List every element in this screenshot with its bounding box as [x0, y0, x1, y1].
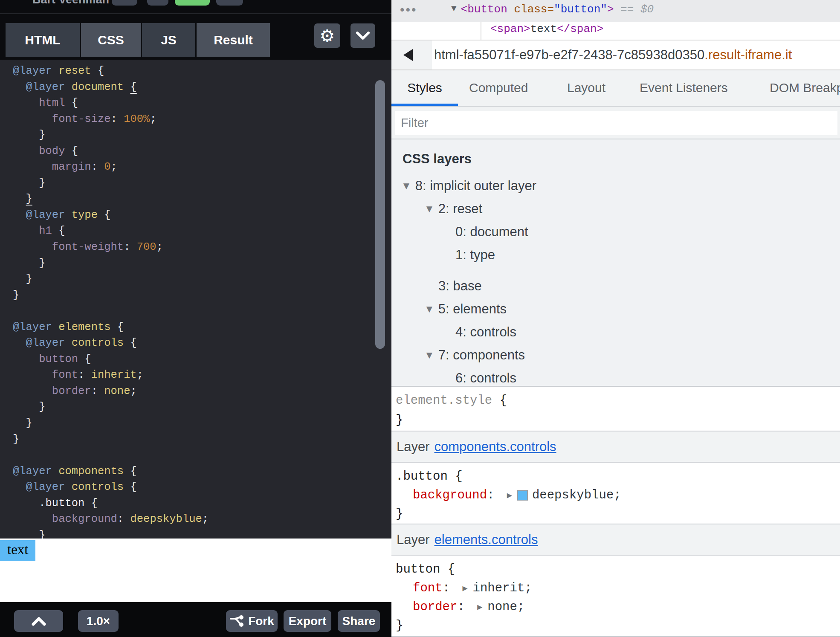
devtools-tab-bar: Styles Computed Layout Event Listeners D…: [391, 70, 840, 107]
tab-css[interactable]: CSS: [81, 23, 141, 57]
editor-settings-button[interactable]: ⚙: [314, 23, 340, 48]
expand-triangle-icon[interactable]: ▶: [507, 490, 512, 501]
tab-js[interactable]: JS: [142, 23, 195, 57]
tab-event-listeners[interactable]: Event Listeners: [640, 81, 728, 95]
tree-expander-icon[interactable]: ▼: [424, 349, 434, 361]
preview-text-button[interactable]: text: [0, 540, 35, 561]
layer-label: Layer: [397, 439, 430, 455]
arrow-left-icon: [403, 49, 413, 61]
layer-tree-item: 6: controls: [455, 369, 516, 387]
layer-tree-item: 3: base: [438, 277, 482, 295]
header-button-3[interactable]: [216, 0, 243, 6]
console-expand-button[interactable]: [14, 610, 63, 632]
fork-label: Fork: [248, 614, 274, 628]
element-style-selector: element.style: [396, 394, 492, 408]
layer-link-elements-controls[interactable]: elements.controls: [434, 532, 538, 547]
editor-scrollbar[interactable]: [375, 80, 385, 349]
header-button-2[interactable]: [147, 0, 168, 6]
editor-collapse-button[interactable]: [350, 23, 375, 48]
editor-bottom-bar: 1.0× Fork Export Share: [0, 602, 391, 637]
css-layers-title: CSS layers: [403, 151, 472, 167]
css-property-font[interactable]: font: ▶inherit;: [396, 579, 840, 597]
layer-label: Layer: [397, 532, 430, 547]
breadcrumb[interactable]: html-fa55071f-e97b-e2f7-2438-7c85938d035…: [434, 41, 840, 69]
tree-expander-icon[interactable]: ▼: [424, 303, 434, 315]
export-button[interactable]: Export: [284, 610, 331, 632]
chevron-down-icon: [356, 32, 370, 40]
pen-author-name: Bart Veenman: [32, 0, 109, 6]
share-button[interactable]: Share: [338, 610, 380, 632]
tab-computed[interactable]: Computed: [469, 81, 528, 95]
color-swatch[interactable]: [517, 490, 528, 501]
tree-expander-icon[interactable]: ▼: [424, 203, 434, 215]
layer-tree-item[interactable]: ▼8: implicit outer layer: [401, 177, 536, 195]
tree-expander-icon[interactable]: ▼: [401, 180, 411, 192]
tab-html[interactable]: HTML: [6, 23, 80, 57]
editor-panel: Bart Veenman HTML CSS JS Result ⚙ @layer…: [0, 0, 391, 637]
fork-icon: [229, 614, 244, 628]
breadcrumb-frame-suffix: .result-iframe.it: [704, 47, 792, 63]
chevron-up-icon: [32, 617, 46, 626]
styles-filter-row: [391, 107, 840, 139]
css-layers-section: CSS layers ▼8: implicit outer layer▼2: r…: [391, 139, 840, 387]
layer-tree-item[interactable]: ▼7: components: [424, 346, 525, 365]
tab-dom-breakpoints[interactable]: DOM Breakpoints: [770, 81, 840, 95]
tab-result[interactable]: Result: [197, 23, 270, 57]
css-code-editor[interactable]: @layer reset { @layer document { html { …: [0, 60, 391, 539]
expander-triangle-icon[interactable]: ▼: [451, 4, 457, 14]
header-button-1[interactable]: [112, 0, 137, 6]
rule-selector: .button {: [396, 467, 840, 486]
layer-header-components-controls: Layer components.controls: [391, 431, 840, 463]
fork-button[interactable]: Fork: [226, 610, 278, 632]
expand-triangle-icon[interactable]: ▶: [462, 583, 467, 594]
breadcrumb-scroll-left-button[interactable]: [391, 41, 432, 69]
css-code: @layer reset { @layer document { html { …: [13, 65, 209, 539]
layer-link-components-controls[interactable]: components.controls: [434, 439, 556, 455]
selected-element-markup: ▼<button class="button"> == $0: [451, 3, 654, 16]
css-property-background[interactable]: background: ▶deepskyblue;: [396, 486, 840, 504]
child-element-markup: <span>text</span>: [490, 23, 603, 35]
tab-styles[interactable]: Styles: [391, 81, 458, 95]
breadcrumb-frame-id: html-fa55071f-e97b-e2f7-2438-7c85938d035…: [434, 47, 704, 63]
layer-tree-item: 1: type: [455, 246, 495, 264]
rule-button-element[interactable]: button { font: ▶inherit; border: ▶none; …: [391, 556, 840, 637]
layer-tree-item: 4: controls: [455, 323, 516, 342]
dom-indent-guide: [481, 22, 481, 40]
expand-triangle-icon[interactable]: ▶: [477, 602, 482, 612]
more-options-icon[interactable]: •••: [400, 3, 417, 17]
app-root: Bart Veenman HTML CSS JS Result ⚙ @layer…: [0, 0, 840, 637]
elements-selected-row[interactable]: ••• ▼<button class="button"> == $0: [391, 0, 840, 22]
zoom-level-button[interactable]: 1.0×: [78, 610, 119, 632]
layer-header-elements-controls: Layer elements.controls: [391, 524, 840, 556]
active-tab-underline: [391, 104, 458, 106]
layer-tree-item: 0: document: [455, 223, 528, 241]
editor-tab-bar: HTML CSS JS Result ⚙: [0, 14, 391, 59]
rule-close-brace: }: [396, 504, 840, 523]
styles-filter-input[interactable]: [395, 111, 837, 135]
elements-child-row[interactable]: <span>text</span>: [391, 22, 840, 40]
gear-icon: ⚙: [320, 26, 335, 46]
dom-breadcrumb-bar: html-fa55071f-e97b-e2f7-2438-7c85938d035…: [391, 40, 840, 70]
rule-button-class[interactable]: .button { background: ▶deepskyblue; }: [391, 463, 840, 524]
css-property-border[interactable]: border: ▶none;: [396, 597, 840, 616]
layer-tree-item[interactable]: ▼2: reset: [424, 200, 482, 218]
element-style-rule[interactable]: element.style { }: [391, 387, 840, 431]
layer-tree-item[interactable]: ▼5: elements: [424, 300, 507, 318]
tab-layout[interactable]: Layout: [567, 81, 605, 95]
rule-close-brace: }: [396, 616, 840, 635]
devtools-panel: ••• ▼<button class="button"> == $0 <span…: [391, 0, 840, 637]
editor-header: Bart Veenman: [0, 0, 391, 14]
rule-selector: button {: [396, 560, 840, 579]
result-preview: text: [0, 539, 391, 602]
header-save-button[interactable]: [175, 0, 210, 6]
